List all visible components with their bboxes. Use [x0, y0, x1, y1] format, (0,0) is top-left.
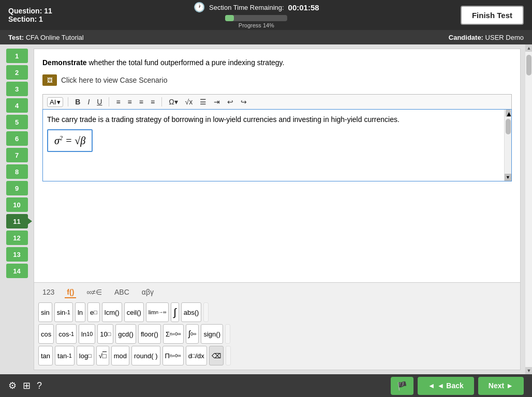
editor-scroll-down[interactable]: ▼ [505, 174, 511, 181]
indent-button[interactable]: ⇥ [212, 97, 222, 107]
finish-test-button[interactable]: Finish Test [461, 6, 524, 25]
sidebar-item-1[interactable]: 1 [6, 49, 28, 63]
align-right-button[interactable]: ≡ [137, 97, 145, 107]
scroll-down-arrow[interactable]: ▼ [525, 367, 532, 374]
key-lcm[interactable]: lcm() [102, 302, 122, 322]
header: Question: 11 Section: 1 🕐 Section Time R… [0, 0, 532, 30]
tab-symbols[interactable]: ∞≠∈ [84, 287, 104, 298]
underline-button[interactable]: U [95, 97, 104, 107]
ai-label: AI [50, 98, 56, 106]
key-sign[interactable]: sign() [201, 324, 223, 344]
editor-scroll-thumb[interactable] [506, 119, 511, 134]
list-button[interactable]: ☰ [198, 97, 209, 107]
align-center-button[interactable]: ≡ [126, 97, 134, 107]
next-button[interactable]: Next ► [478, 377, 524, 395]
key-log[interactable]: log□ [77, 346, 94, 365]
align-left-button[interactable]: ≡ [114, 97, 122, 107]
help-icon[interactable]: ? [37, 380, 42, 391]
key-lim[interactable]: limn→∞ [146, 302, 169, 322]
key-sum[interactable]: Σn=0∞ [163, 324, 184, 344]
case-scenario-link[interactable]: 🖼 Click here to view Case Scenario [42, 74, 512, 86]
test-name: CFA Online Tutorial [26, 34, 84, 41]
sidebar-item-13[interactable]: 13 [6, 247, 28, 262]
key-cos-inv[interactable]: cos-1 [56, 324, 77, 344]
scroll-thumb[interactable] [526, 55, 531, 75]
sidebar-item-6[interactable]: 6 [6, 131, 28, 146]
editor-scroll-up[interactable]: ▲ [506, 110, 511, 117]
omega-button[interactable]: Ω▾ [167, 97, 180, 107]
key-floor[interactable]: floor() [138, 324, 161, 344]
key-sin[interactable]: sin [38, 302, 52, 322]
question-rest: whether the total fund outperformed a pu… [87, 58, 285, 67]
key-ln10[interactable]: ln10 [79, 324, 95, 344]
section-time-label: Section Time Remaining: [209, 4, 284, 11]
test-label: Test: [8, 34, 24, 41]
clock-icon: 🕐 [194, 2, 205, 13]
sidebar-item-8[interactable]: 8 [6, 164, 28, 179]
candidate-info: Candidate: USER Demo [449, 34, 524, 41]
timer-display: 00:01:58 [288, 3, 319, 12]
sqrt-button[interactable]: √x [183, 97, 195, 107]
tab-greek[interactable]: αβγ [140, 287, 156, 298]
key-integral-0-inf[interactable]: ∫0∞ [186, 324, 199, 344]
bold-button[interactable]: B [73, 97, 82, 107]
settings-icon[interactable]: ⚙ [8, 380, 17, 391]
toolbar-sep-1 [68, 97, 68, 106]
italic-button[interactable]: I [85, 97, 92, 107]
formula-box[interactable]: σ2 = √β [47, 129, 93, 152]
sidebar-item-12[interactable]: 12 [6, 231, 28, 245]
key-deriv[interactable]: d□/dx [186, 346, 207, 365]
tab-123[interactable]: 123 [40, 287, 56, 298]
back-button[interactable]: ◄ ◄ Back [418, 377, 474, 395]
key-backspace[interactable]: ⌫ [209, 346, 224, 365]
key-gcd[interactable]: gcd() [115, 324, 136, 344]
key-mod[interactable]: mod [111, 346, 129, 365]
tab-func[interactable]: f() [65, 287, 76, 298]
redo-button[interactable]: ↪ [239, 97, 249, 107]
content-wrapper: Demonstrate whether the total fund outpe… [34, 44, 532, 374]
justify-button[interactable]: ≡ [149, 97, 157, 107]
editor-area[interactable]: The carry trade is a trading strategy of… [42, 109, 512, 181]
sidebar-item-7[interactable]: 7 [6, 148, 28, 162]
flag-button[interactable]: 🏴 [391, 377, 413, 395]
toolbar-sep-3 [161, 97, 162, 106]
key-tan[interactable]: tan [38, 346, 53, 365]
key-10x[interactable]: 10□ [97, 324, 113, 344]
candidate-label: Candidate: [449, 34, 483, 41]
key-integral[interactable]: ∫ [171, 302, 179, 322]
editor-scrollbar[interactable]: ▲ ▼ [504, 110, 511, 181]
math-key-row-1: sin sin-1 ln e□ lcm() ceil() limn→∞ ∫ ab… [38, 302, 516, 322]
grid-icon[interactable]: ⊞ [23, 380, 31, 391]
key-round[interactable]: round( ) [131, 346, 160, 365]
sidebar-item-4[interactable]: 4 [6, 98, 28, 113]
sidebar-item-10[interactable]: 10 [6, 197, 28, 212]
test-info: Test: CFA Online Tutorial [8, 34, 84, 41]
next-label: Next [489, 381, 504, 390]
key-product[interactable]: Πn=0∞ [162, 346, 184, 365]
key-ceil[interactable]: ceil() [124, 302, 144, 322]
key-tan-inv[interactable]: tan-1 [55, 346, 75, 365]
tab-abc[interactable]: ABC [112, 287, 131, 298]
sidebar-item-9[interactable]: 9 [6, 181, 28, 195]
sidebar-item-11[interactable]: 11 [6, 214, 28, 228]
key-sqrt[interactable]: √□ [96, 346, 109, 365]
sidebar-item-5[interactable]: 5 [6, 115, 28, 129]
undo-button[interactable]: ↩ [225, 97, 235, 107]
ai-dropdown[interactable]: AI ▾ [47, 97, 63, 107]
sidebar-item-2[interactable]: 2 [6, 65, 28, 80]
math-tab-bar: 123 f() ∞≠∈ ABC αβγ [38, 287, 516, 298]
sidebar-item-3[interactable]: 3 [6, 82, 28, 96]
key-sin-inv[interactable]: sin-1 [54, 302, 73, 322]
scroll-up-arrow[interactable]: ▲ [525, 44, 532, 52]
timer-section: 🕐 Section Time Remaining: 00:01:58 Progr… [194, 2, 319, 28]
key-abs[interactable]: abs() [181, 302, 202, 322]
key-ln[interactable]: ln [75, 302, 85, 322]
key-empty-3 [226, 346, 231, 365]
sidebar-item-14[interactable]: 14 [6, 264, 28, 278]
editor-toolbar: AI ▾ B I U ≡ ≡ ≡ ≡ Ω▾ √x [42, 94, 512, 109]
math-keyboard: 123 f() ∞≠∈ ABC αβγ sin sin-1 ln e□ lcm(… [34, 282, 520, 370]
key-cos[interactable]: cos [38, 324, 54, 344]
bottom-bar: ⚙ ⊞ ? 🏴 ◄ ◄ Back Next ► [0, 374, 532, 397]
key-ex[interactable]: e□ [87, 302, 100, 322]
content-scrollbar[interactable]: ▲ ▼ [525, 44, 532, 374]
